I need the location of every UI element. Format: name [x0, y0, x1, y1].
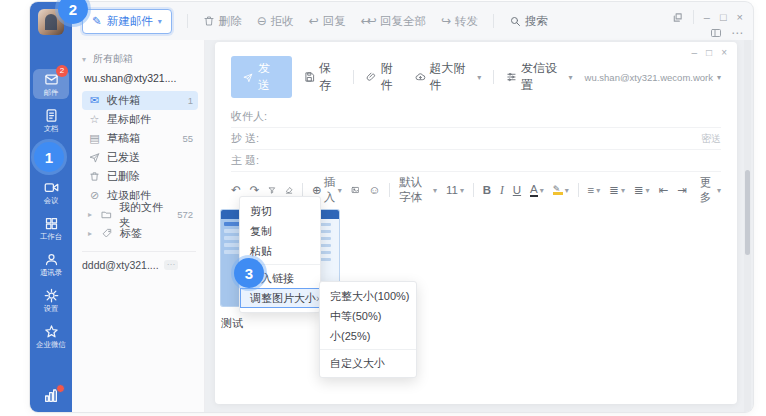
format-painter-icon[interactable] — [268, 185, 276, 196]
rail-item-settings[interactable]: 设置 — [33, 285, 69, 315]
menu-item-resize-image[interactable]: 调整图片大小 › — [240, 288, 320, 308]
send-button[interactable]: 发送 — [231, 56, 292, 98]
image-size-submenu: 完整大小(100%) 中等(50%) 小(25%) 自定义大小 — [319, 281, 417, 378]
notification-dot — [56, 384, 65, 393]
divider — [493, 14, 494, 28]
compose-close-button[interactable]: × — [721, 47, 727, 58]
reject-button[interactable]: ⊖ 拒收 — [257, 14, 294, 29]
folder-sent[interactable]: 已发送 — [82, 148, 198, 167]
account2-badge: ⋯ — [164, 260, 178, 270]
undo-icon[interactable]: ↶ — [231, 184, 241, 196]
attach-button[interactable]: 附件 — [366, 60, 403, 94]
scrollbar-thumb[interactable] — [745, 170, 750, 255]
folder-label: 标签 — [120, 226, 142, 241]
rail-item-wecom[interactable]: 企业微信 — [33, 321, 69, 351]
folder-drafts[interactable]: ▤ 草稿箱 55 — [82, 129, 198, 148]
folder-count: 572 — [177, 209, 193, 220]
delete-button[interactable]: 删除 — [203, 14, 242, 29]
bcc-toggle[interactable]: 密送 — [701, 132, 721, 146]
new-mail-button[interactable]: ✎ 新建邮件 ▾ — [82, 9, 172, 34]
rail-item-label: 企业微信 — [36, 340, 65, 348]
from-account-selector[interactable]: wu.shan@xty321.wecom.work ▾ — [585, 72, 721, 83]
send-settings-label: 发信设置 — [521, 60, 565, 94]
spam-icon: ⊘ — [88, 190, 101, 201]
popout-icon[interactable] — [672, 12, 683, 23]
chevron-down-icon: ▾ — [596, 186, 600, 195]
trash-icon — [203, 15, 215, 27]
bullet-list-icon: ≣ — [609, 183, 619, 197]
numbered-list-icon: ≣ — [634, 183, 644, 197]
compose-minimize-button[interactable]: – — [692, 47, 698, 58]
search-label: 搜索 — [525, 14, 548, 29]
account2-row[interactable]: dddd@xty321.... ⋯ — [82, 259, 198, 271]
font-color-button[interactable]: A ▾ — [530, 184, 544, 197]
emoji-icon[interactable]: ☺ — [368, 184, 380, 196]
compose-maximize-button[interactable]: □ — [706, 47, 712, 58]
chevron-down-icon: ▾ — [565, 186, 569, 195]
submenu-item-custom-size[interactable]: 自定义大小 — [320, 353, 416, 373]
rail-item-meeting[interactable]: 会议 — [33, 177, 69, 207]
bold-button[interactable]: B — [483, 184, 491, 196]
underline-button[interactable]: U — [513, 184, 521, 196]
section-label: 所有邮箱 — [93, 52, 133, 66]
menu-item-copy[interactable]: 复制 — [240, 221, 320, 241]
rail-item-label: 邮件 — [44, 88, 59, 96]
folder-starred[interactable]: ☆ 星标邮件 — [82, 110, 198, 129]
italic-button[interactable]: I — [500, 184, 504, 196]
divider — [493, 70, 494, 84]
rail-bottom-app[interactable] — [43, 388, 59, 404]
numbered-list-button[interactable]: ≣ ▾ — [634, 183, 650, 197]
submenu-item-medium[interactable]: 中等(50%) — [320, 306, 416, 326]
cc-field[interactable]: 抄 送: 密送 — [231, 128, 721, 150]
panel-toggle-icon[interactable] — [710, 27, 722, 39]
insert-image-icon[interactable] — [351, 184, 360, 196]
chevron-down-icon: ▾ — [646, 186, 650, 195]
indent-button[interactable]: ⇥ — [677, 184, 687, 196]
reply-all-button[interactable]: ↩↩ 回复全部 — [361, 14, 426, 29]
search-button[interactable]: 搜索 — [509, 14, 548, 29]
menu-item-cut[interactable]: 剪切 — [240, 201, 320, 221]
plus-circle-icon: ⊕ — [312, 183, 322, 197]
mailbox-section[interactable]: ▾ 所有邮箱 — [82, 52, 198, 66]
drafts-icon: ▤ — [88, 133, 101, 144]
rail-item-workbench[interactable]: 工作台 — [33, 213, 69, 243]
tag-icon — [101, 228, 114, 239]
more-button[interactable]: ⋯ — [731, 26, 743, 40]
image-context-menu: 剪切 复制 粘贴 插入链接 调整图片大小 › — [239, 196, 321, 313]
rail-item-mail[interactable]: 邮件 2 — [33, 69, 69, 99]
to-field[interactable]: 收件人: — [231, 106, 721, 128]
font-select[interactable]: 默认字体 ▾ — [399, 175, 437, 205]
align-button[interactable]: ≡ ▾ — [588, 184, 601, 196]
send-settings-button[interactable]: 发信设置 ▾ — [506, 60, 572, 94]
minimize-button[interactable]: – — [704, 12, 710, 23]
more-formats-button[interactable]: 更多 ▾ — [700, 175, 721, 205]
forward-button[interactable]: ↪ 转发 — [441, 14, 478, 29]
close-button[interactable]: × — [737, 12, 743, 23]
body-text[interactable]: 测试 — [221, 316, 721, 331]
save-button[interactable]: 保存 — [304, 60, 341, 94]
submenu-item-full-size[interactable]: 完整大小(100%) — [320, 286, 416, 306]
insert-label: 插入 — [324, 175, 336, 205]
rail-item-docs[interactable]: 文档 — [33, 105, 69, 135]
submenu-item-small[interactable]: 小(25%) — [320, 326, 416, 346]
maximize-button[interactable]: □ — [720, 12, 727, 23]
rail-item-contacts[interactable]: 通讯录 — [33, 249, 69, 279]
redo-icon[interactable]: ↷ — [250, 184, 260, 196]
folder-inbox[interactable]: ✉ 收件箱 1 — [82, 91, 198, 110]
outdent-button[interactable]: ⇤ — [659, 184, 669, 196]
new-mail-label: 新建邮件 — [107, 14, 153, 29]
sent-icon — [88, 152, 101, 163]
font-size-select[interactable]: 11 ▾ — [446, 184, 464, 196]
folder-my-folders[interactable]: ▸ 我的文件夹 572 — [82, 205, 198, 224]
folder-deleted[interactable]: 已删除 — [82, 167, 198, 186]
bullet-list-button[interactable]: ≣ ▾ — [609, 183, 625, 197]
account-name[interactable]: wu.shan@xty321.... — [84, 72, 198, 84]
eraser-icon[interactable] — [285, 185, 293, 196]
folder-tags[interactable]: ▸ 标签 — [82, 224, 198, 243]
large-attach-button[interactable]: 超大附件 ▾ — [415, 60, 481, 94]
highlight-button[interactable]: ✎ ▾ — [553, 186, 569, 195]
subject-field[interactable]: 主 题: — [231, 150, 721, 172]
divider — [693, 10, 694, 24]
rail-item-label: 会议 — [44, 196, 59, 204]
reply-button[interactable]: ↩ 回复 — [309, 14, 346, 29]
